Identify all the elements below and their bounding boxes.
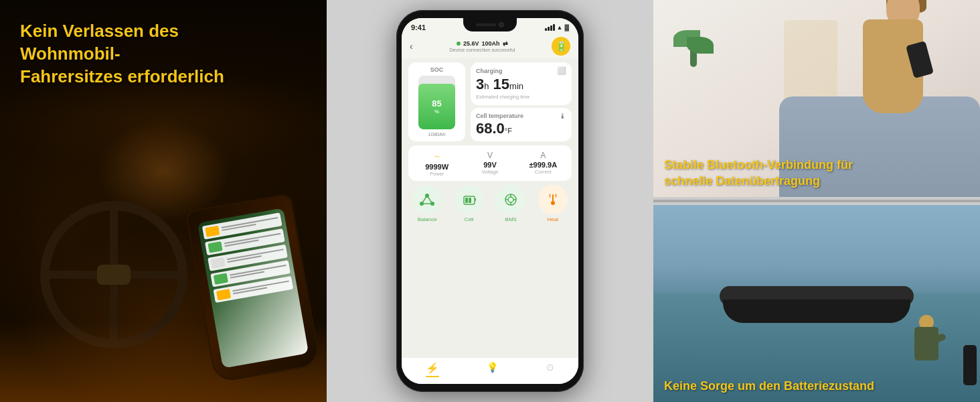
bms-icon-circle	[496, 185, 525, 214]
notch-camera	[499, 22, 504, 27]
power-item-watt: ～ 9999W Power	[412, 151, 461, 177]
power-item-amp: A ±999.9A Current	[519, 151, 568, 177]
power-wave-icon: ～	[412, 151, 461, 162]
boat-motor	[963, 345, 977, 385]
temp-number: 68.0	[476, 120, 505, 137]
soc-ah: 1080Ah	[428, 131, 446, 137]
temp-title: Cell temperature	[476, 113, 523, 119]
left-headline: Kein Verlassen des Wohnmobil- Fahrersitz…	[20, 20, 274, 88]
boat	[723, 269, 910, 323]
balance-label: Balance	[418, 216, 437, 222]
tab-lightning[interactable]: ⚡	[426, 362, 439, 377]
power-volt-label: Voltage	[465, 169, 514, 175]
thermometer-icon: 🌡	[559, 112, 566, 120]
soc-bar-fill: 85 %	[418, 84, 455, 129]
charging-time-display: 3h 15min	[476, 76, 566, 92]
right-top-panel: Stabile Bluetooth-Verbindung für schnell…	[653, 0, 980, 197]
connection-dot	[457, 42, 461, 46]
app-header: ‹ 25.6V 100Ah ⇄ Device connection succes…	[402, 34, 578, 58]
charging-card: Charging ⬜ 3h 15min Estimated charging t…	[471, 62, 572, 105]
signal-bar-1	[545, 28, 547, 31]
temperature-card: Cell temperature 🌡 68.0°F	[471, 108, 572, 141]
bms-label: BMS	[505, 216, 517, 222]
power-volt-value: 99V	[465, 161, 514, 169]
bottom-tab-bar: ⚡ 💡 ⊙	[402, 357, 578, 384]
right-bottom-text: Keine Sorge um den Batteriezustand	[653, 371, 885, 402]
center-panel: 9:41 ▲ ▓ ‹ 25	[327, 0, 653, 402]
feature-bms[interactable]: BMS	[496, 185, 525, 222]
soc-card: SOC 85 % 1080Ah	[408, 62, 465, 141]
phone-screen: 9:41 ▲ ▓ ‹ 25	[402, 18, 578, 384]
soc-unit: %	[434, 109, 439, 115]
status-icons: ▲ ▓	[545, 24, 569, 31]
feature-cell[interactable]: Cell	[455, 185, 484, 222]
status-time: 9:41	[411, 23, 426, 31]
power-row: ～ 9999W Power V 99V Voltage A ±999.9A Cu…	[408, 145, 572, 181]
charging-temp-section: Charging ⬜ 3h 15min Estimated charging t…	[471, 62, 572, 141]
phone-frame: 9:41 ▲ ▓ ‹ 25	[396, 10, 584, 392]
svg-line-4	[427, 196, 432, 204]
heat-label: Heat	[547, 216, 558, 222]
feature-heat[interactable]: Heat	[538, 185, 568, 222]
charging-title: Charging	[476, 68, 503, 74]
charging-minutes: 15	[493, 76, 509, 92]
circle-tab-icon: ⊙	[546, 362, 554, 373]
h-unit: h	[484, 81, 489, 91]
person-on-boat	[913, 315, 940, 368]
bulb-tab-icon: 💡	[487, 362, 498, 373]
features-row: Balance Cell	[408, 185, 572, 222]
mini-phone-screen	[197, 208, 309, 368]
svg-point-11	[508, 197, 513, 202]
cell-label: Cell	[465, 216, 474, 222]
signal-bars	[545, 24, 555, 31]
tab-bulb[interactable]: 💡	[487, 362, 498, 377]
power-amp-value: ±999.9A	[519, 161, 568, 169]
device-capacity: 100Ah	[482, 40, 500, 47]
signal-bar-3	[550, 25, 552, 31]
lightning-tab-icon: ⚡	[426, 362, 439, 375]
charging-subtitle: Estimated charging time	[476, 94, 566, 100]
svg-point-17	[551, 201, 555, 205]
battery-icon: ▓	[564, 24, 569, 31]
tab-circle[interactable]: ⊙	[546, 362, 554, 377]
boat-hull	[723, 299, 910, 323]
svg-rect-9	[475, 198, 476, 201]
wifi-icon: ▲	[557, 24, 563, 31]
device-sync-icon: ⇄	[503, 40, 508, 47]
cell-icon-circle	[455, 185, 484, 214]
connection-label: Device connection successful	[413, 47, 552, 53]
plant-leaf-2	[687, 37, 714, 54]
power-amp-label: Current	[519, 169, 568, 175]
svg-rect-8	[469, 198, 471, 203]
temp-unit: °F	[505, 127, 512, 135]
feature-balance[interactable]: Balance	[412, 185, 442, 222]
charging-icon: ⬜	[557, 66, 566, 75]
soc-label: SOC	[430, 66, 444, 73]
heat-icon-circle	[538, 185, 568, 214]
soc-bar-container: 85 %	[418, 76, 455, 129]
power-watt-label: Power	[412, 171, 461, 177]
min-unit: min	[509, 81, 523, 91]
svg-line-3	[422, 196, 427, 204]
soc-percent: 85	[432, 98, 441, 109]
device-icon: 🔋	[552, 37, 570, 56]
headline-line2: Fahrersitzes erforderlich	[20, 66, 224, 86]
app-content: SOC 85 % 1080Ah	[402, 58, 578, 357]
charging-header: Charging ⬜	[476, 66, 566, 75]
plant-decoration	[673, 13, 714, 67]
right-top-text: Stabile Bluetooth-Verbindung für schnell…	[653, 149, 864, 197]
signal-bar-2	[548, 27, 550, 31]
tab-active-indicator	[426, 376, 439, 377]
headline-line1: Kein Verlassen des Wohnmobil-	[20, 21, 179, 64]
notch-speaker	[476, 23, 496, 26]
charging-hours: 3	[476, 76, 484, 92]
voltage-v-icon: V	[465, 151, 514, 160]
temp-header: Cell temperature 🌡	[476, 112, 566, 120]
device-info: 25.6V 100Ah ⇄ Device connection successf…	[413, 40, 552, 53]
woman-silhouette	[819, 0, 940, 157]
temp-value: 68.0°F	[476, 120, 566, 137]
h-divider	[653, 200, 980, 202]
power-watt-value: 9999W	[412, 163, 461, 171]
device-voltage: 25.6V	[463, 40, 479, 47]
left-panel: Kein Verlassen des Wohnmobil- Fahrersitz…	[0, 0, 327, 402]
